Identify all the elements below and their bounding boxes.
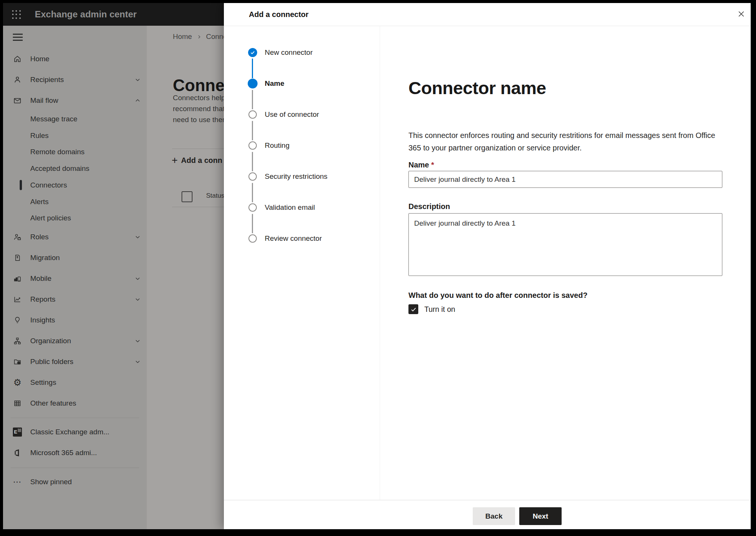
step-circle-upcoming bbox=[248, 234, 257, 243]
sidebar-item-alert-policies[interactable]: Alert policies bbox=[3, 210, 147, 226]
chevron-down-icon bbox=[135, 77, 141, 83]
step-review-connector[interactable]: Review connector bbox=[265, 234, 322, 243]
dialog-title: Add a connector bbox=[249, 3, 309, 26]
sidebar-item-settings[interactable]: ⚙ Settings bbox=[3, 372, 147, 393]
breadcrumb-current: Conne bbox=[206, 33, 224, 41]
sidebar-item-message-trace[interactable]: Message trace bbox=[3, 111, 147, 127]
sidebar-item-show-pinned[interactable]: ⋯ Show pinned bbox=[3, 471, 147, 492]
connector-name-input[interactable] bbox=[408, 171, 722, 188]
sidebar-item-migration[interactable]: Migration bbox=[3, 247, 147, 268]
sidebar-item-connectors[interactable]: Connectors bbox=[3, 177, 147, 194]
migration-icon bbox=[13, 253, 22, 262]
select-all-checkbox[interactable] bbox=[182, 191, 192, 202]
turn-it-on-label: Turn it on bbox=[424, 305, 455, 314]
sidebar-item-remote-domains[interactable]: Remote domains bbox=[3, 144, 147, 160]
toolbar-divider bbox=[172, 149, 224, 149]
step-connector-line bbox=[252, 214, 253, 233]
sidebar-item-m365-admin[interactable]: Microsoft 365 admi... bbox=[3, 442, 147, 463]
add-connector-dialog: Add a connector New connector Name Use o… bbox=[224, 3, 751, 529]
public-folder-icon bbox=[13, 357, 22, 366]
sidebar-item-recipients[interactable]: Recipients bbox=[3, 69, 147, 90]
breadcrumb: Home Conne bbox=[173, 33, 224, 41]
gear-icon: ⚙ bbox=[13, 378, 22, 387]
sidebar-item-accepted-domains[interactable]: Accepted domains bbox=[3, 160, 147, 177]
add-connector-button[interactable]: + Add a conn bbox=[172, 154, 222, 166]
next-button[interactable]: Next bbox=[519, 507, 562, 525]
step-circle-upcoming bbox=[248, 203, 257, 212]
chevron-down-icon bbox=[135, 338, 141, 344]
turn-on-row: Turn it on bbox=[408, 304, 455, 314]
wizard-description: This connector enforces routing and secu… bbox=[408, 129, 722, 154]
background-page: Home Conne Connec Connectors help recomm… bbox=[147, 26, 224, 529]
chevron-down-icon bbox=[135, 276, 141, 282]
sidebar-item-alerts[interactable]: Alerts bbox=[3, 194, 147, 210]
step-circle-upcoming bbox=[248, 172, 257, 181]
required-asterisk: * bbox=[431, 161, 434, 169]
step-circle-upcoming bbox=[248, 141, 257, 150]
dialog-header: Add a connector bbox=[224, 3, 751, 26]
mail-icon bbox=[13, 96, 22, 105]
back-button[interactable]: Back bbox=[473, 507, 515, 525]
screen: Exchange admin center Home Recipients Ma… bbox=[3, 3, 751, 529]
sidebar-item-organization[interactable]: Organization bbox=[3, 330, 147, 351]
step-validation-email[interactable]: Validation email bbox=[265, 203, 315, 212]
sidebar-item-mobile[interactable]: Mobile bbox=[3, 268, 147, 289]
lightbulb-icon bbox=[13, 316, 22, 325]
step-connector-line bbox=[252, 183, 253, 202]
status-column-header[interactable]: Status bbox=[206, 192, 224, 200]
wizard-heading: Connector name bbox=[408, 77, 546, 98]
ellipsis-icon: ⋯ bbox=[13, 477, 22, 486]
chevron-up-icon bbox=[135, 98, 141, 104]
turn-it-on-checkbox[interactable] bbox=[408, 304, 418, 314]
sidebar-divider bbox=[11, 418, 139, 418]
step-connector-line bbox=[252, 90, 253, 109]
step-circle-current bbox=[248, 79, 258, 88]
step-circle-completed bbox=[248, 48, 257, 57]
mobile-icon bbox=[13, 274, 22, 283]
app-title: Exchange admin center bbox=[35, 3, 137, 26]
microsoft-365-icon bbox=[13, 448, 22, 457]
org-chart-icon bbox=[13, 336, 22, 345]
step-connector-line bbox=[252, 152, 253, 171]
sidebar-item-mail-flow[interactable]: Mail flow bbox=[3, 90, 147, 111]
app-launcher-icon[interactable] bbox=[12, 10, 21, 19]
sidebar-item-public-folders[interactable]: Public folders bbox=[3, 351, 147, 372]
footer-divider bbox=[224, 500, 751, 500]
chevron-down-icon bbox=[135, 359, 141, 365]
plus-icon: + bbox=[172, 155, 178, 166]
table-grid-icon bbox=[13, 399, 22, 408]
classic-exchange-icon: E bbox=[13, 428, 22, 437]
connector-description-textarea[interactable]: Deliver journal directly to Area 1 bbox=[408, 213, 722, 276]
close-icon[interactable] bbox=[735, 8, 747, 20]
step-use-of-connector[interactable]: Use of connector bbox=[265, 110, 319, 119]
step-security-restrictions[interactable]: Security restrictions bbox=[265, 172, 328, 181]
after-save-question: What do you want to do after connector i… bbox=[408, 291, 587, 300]
step-new-connector[interactable]: New connector bbox=[265, 48, 313, 57]
sidebar-item-reports[interactable]: Reports bbox=[3, 289, 147, 310]
sidebar: Home Recipients Mail flow Message trace … bbox=[3, 26, 147, 529]
description-field-label: Description bbox=[408, 202, 450, 211]
sidebar-item-home[interactable]: Home bbox=[3, 48, 147, 69]
step-connector-line bbox=[252, 59, 253, 78]
step-name[interactable]: Name bbox=[265, 79, 284, 88]
chevron-down-icon bbox=[135, 296, 141, 302]
selected-indicator bbox=[20, 180, 22, 190]
breadcrumb-chevron-icon bbox=[197, 34, 202, 39]
step-circle-upcoming bbox=[248, 110, 257, 119]
sidebar-item-insights[interactable]: Insights bbox=[3, 310, 147, 330]
roles-icon bbox=[13, 232, 22, 242]
sidebar-item-roles[interactable]: Roles bbox=[3, 226, 147, 247]
step-routing[interactable]: Routing bbox=[265, 141, 290, 150]
sidebar-item-other-features[interactable]: Other features bbox=[3, 393, 147, 414]
breadcrumb-home-link[interactable]: Home bbox=[173, 33, 192, 41]
page-intro: Connectors help recommend that need to u… bbox=[173, 92, 224, 125]
step-connector-line bbox=[252, 121, 253, 140]
table-header-divider bbox=[172, 207, 224, 207]
person-icon bbox=[13, 75, 22, 84]
chevron-down-icon bbox=[135, 234, 141, 240]
sidebar-item-rules[interactable]: Rules bbox=[3, 127, 147, 144]
stepper-content-divider bbox=[380, 26, 380, 500]
sidebar-item-classic-exchange[interactable]: E Classic Exchange adm... bbox=[3, 421, 147, 442]
sidebar-divider bbox=[11, 468, 139, 468]
nav-collapse-button[interactable] bbox=[13, 26, 24, 48]
